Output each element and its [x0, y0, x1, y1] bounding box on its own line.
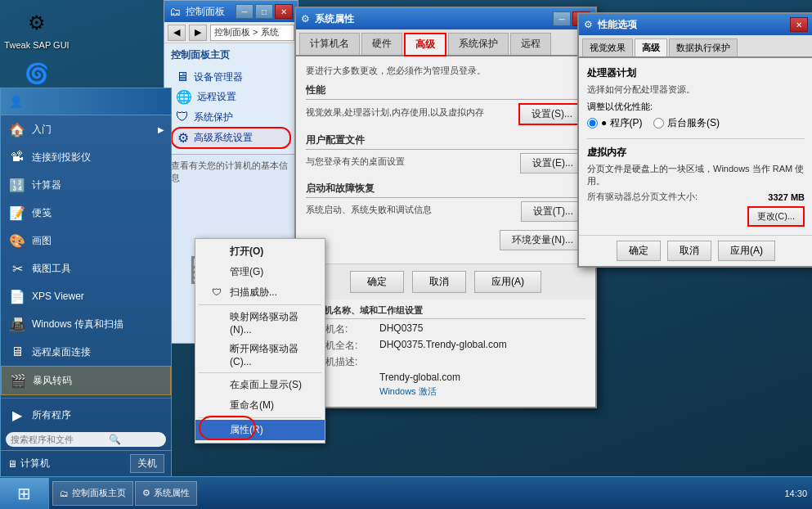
taskbar-item-sysprops[interactable]: ⚙ 系统属性	[135, 481, 197, 506]
perf-ok-button[interactable]: 确定	[617, 241, 661, 261]
context-menu-show-desktop[interactable]: 在桌面上显示(S)	[195, 375, 325, 395]
env-vars-button[interactable]: 环境变量(N)...	[500, 230, 585, 250]
snipping-label: 截图工具	[32, 262, 71, 276]
close-button[interactable]: ✕	[275, 4, 293, 19]
startup-recovery-section: 启动和故障恢复 系统启动、系统失败和调试信息 设置(T)...	[306, 182, 585, 222]
start-menu-item-winfax[interactable]: 📠 Windows 传真和扫描	[1, 310, 171, 338]
perf-body: 处理器计划 选择如何分配处理器资源。 调整以优化性能: ● 程序(P) 后台服务…	[579, 58, 812, 235]
intro-label: 入门	[32, 123, 52, 137]
start-menu-item-all-programs[interactable]: ▶ 所有程序	[1, 401, 171, 429]
calculator-icon: 🔢	[7, 175, 27, 195]
computer-info-title: 计算机名称、域和工作组设置	[306, 304, 585, 319]
start-menu-item-sticky[interactable]: 📝 便笺	[1, 199, 171, 227]
start-menu-item-xps[interactable]: 📄 XPS Viewer	[1, 282, 171, 310]
programs-radio[interactable]	[587, 118, 598, 128]
nav-forward-button[interactable]: ▶	[189, 25, 207, 41]
perf-tab-visual[interactable]: 视觉效果	[582, 38, 633, 56]
cp-taskbar-icon: 🗂	[60, 489, 69, 498]
tab-hardware[interactable]: 硬件	[361, 33, 402, 55]
desktop-icon-tweak-sap[interactable]: ⚙ Tweak SAP GUI	[4, 8, 70, 51]
context-map-label: 映射网络驱动器(N)...	[230, 310, 308, 336]
context-menu-open[interactable]: 打开(O)	[195, 241, 325, 262]
change-virtual-mem-button[interactable]: 更改(C)...	[747, 206, 805, 227]
start-menu-item-remote-desktop[interactable]: 🖥 远程桌面连接	[1, 338, 171, 366]
context-menu-rename[interactable]: 重命名(M)	[195, 395, 325, 416]
xps-icon: 📄	[7, 286, 27, 306]
context-menu-divider3	[199, 417, 321, 418]
perf-cancel-button[interactable]: 取消	[667, 241, 711, 261]
sys-protect-label: 系统保护	[194, 110, 233, 124]
adjust-label: 调整以优化性能:	[587, 101, 805, 113]
user-profile-settings-button[interactable]: 设置(E)...	[520, 153, 585, 173]
perf-footer: 确定 取消 应用(A)	[579, 235, 812, 266]
cp-window-title: 控制面板	[186, 5, 236, 19]
context-rename-label: 重命名(M)	[230, 399, 274, 412]
desktop: ⚙ Tweak SAP GUI 🌀 暴风助手 🌐 Google Chrome 🚢…	[0, 0, 812, 509]
virtual-mem-desc: 分页文件是硬盘上的一块区域，Windows 当作 RAM 使用。	[587, 163, 805, 187]
map-drive-icon	[212, 317, 225, 330]
perf-tab-advanced[interactable]: 高级	[635, 38, 667, 56]
sticky-icon: 📝	[7, 203, 27, 223]
sidebar-link-advanced[interactable]: ⚙ 高级系统设置	[171, 127, 291, 149]
dialog-titlebar-icon: ⚙	[301, 13, 310, 25]
performance-section: 性能 视觉效果,处理器计划,内存使用,以及虚拟内存 设置(S)...	[306, 83, 585, 125]
dialog-body: 要进行大多数更改，您必须作为管理员登录。 性能 视觉效果,处理器计划,内存使用,…	[296, 56, 595, 264]
dialog-tab-bar: 计算机名 硬件 高级 系统保护 远程	[296, 29, 595, 56]
cancel-button[interactable]: 取消	[412, 271, 466, 293]
windows-logo: ⊞	[17, 484, 31, 503]
system-properties-dialog: ⚙ 系统属性 ─ ✕ 计算机名 硬件 高级 系统保护 远程 要进行大多数更改，您…	[294, 7, 597, 408]
sidebar-link-sys-protect[interactable]: 🛡 系统保护	[171, 107, 291, 127]
dialog-titlebar: ⚙ 系统属性 ─ ✕	[296, 8, 595, 29]
context-scan-label: 扫描威胁...	[230, 286, 277, 300]
context-menu: 打开(O) 管理(G) 🛡 扫描威胁... 映射网络驱动器(N)... 断开网络…	[195, 238, 325, 444]
tab-remote[interactable]: 远程	[510, 33, 551, 55]
tab-advanced[interactable]: 高级	[404, 33, 446, 56]
ok-button[interactable]: 确定	[350, 271, 404, 293]
perf-close-button[interactable]: ✕	[790, 17, 808, 32]
projector-icon: 📽	[7, 147, 27, 167]
advanced-settings-icon: ⚙	[177, 130, 189, 146]
vm-size-label: 所有驱动器总分页文件大小:	[587, 191, 698, 203]
perf-tab-dep[interactable]: 数据执行保护	[669, 38, 738, 56]
show-desktop-icon	[212, 379, 225, 392]
context-menu-scan[interactable]: 🛡 扫描威胁...	[195, 282, 325, 303]
context-menu-manage[interactable]: 管理(G)	[195, 262, 325, 282]
tab-computer-name[interactable]: 计算机名	[299, 33, 360, 55]
background-label: 后台服务(S)	[667, 116, 720, 130]
computer-name-value: DHQ0375	[379, 322, 423, 336]
apply-button[interactable]: 应用(A)	[474, 271, 541, 293]
dialog-minimize[interactable]: ─	[553, 11, 571, 26]
start-menu-item-baofeng[interactable]: 🎬 暴风转码	[1, 366, 171, 395]
scan-icon: 🛡	[212, 286, 225, 300]
context-menu-properties[interactable]: 属性(R)	[195, 420, 325, 440]
perf-titlebar: ⚙ 性能选项 ✕	[579, 14, 812, 35]
vm-size-value: 3327 MB	[768, 192, 805, 202]
perf-apply-button[interactable]: 应用(A)	[718, 241, 775, 261]
maximize-button[interactable]: □	[255, 4, 273, 19]
calculator-label: 计算器	[32, 178, 61, 192]
start-menu-item-intro[interactable]: 🏠 入门 ▶	[1, 115, 171, 143]
taskbar-item-cp[interactable]: 🗂 控制面板主页	[52, 481, 133, 506]
disconnect-icon	[212, 349, 225, 362]
shutdown-button[interactable]: 关机	[130, 454, 164, 473]
tab-system-protect[interactable]: 系统保护	[448, 33, 509, 55]
search-input[interactable]	[11, 435, 109, 444]
start-button[interactable]: ⊞	[0, 478, 49, 509]
performance-settings-button[interactable]: 设置(S)...	[518, 103, 585, 125]
background-radio[interactable]	[653, 118, 664, 128]
computer-menu-item[interactable]: 🖥 计算机	[7, 457, 50, 471]
sidebar-link-remote[interactable]: 🌐 远程设置	[171, 87, 291, 107]
processor-section-title: 处理器计划	[587, 66, 805, 80]
nav-back-button[interactable]: ◀	[168, 25, 186, 41]
minimize-button[interactable]: ─	[236, 4, 253, 19]
context-menu-disconnect-drive[interactable]: 断开网络驱动器(C)...	[195, 339, 325, 371]
start-menu-item-calculator[interactable]: 🔢 计算器	[1, 171, 171, 199]
sidebar-link-device-manager[interactable]: 🖥 设备管理器	[171, 67, 291, 87]
taskbar-items: 🗂 控制面板主页 ⚙ 系统属性	[49, 477, 779, 509]
computer-icon: 🖥	[7, 458, 17, 470]
start-menu-item-projector[interactable]: 📽 连接到投影仪	[1, 143, 171, 171]
start-menu-item-paint[interactable]: 🎨 画图	[1, 227, 171, 254]
start-menu-item-snipping[interactable]: ✂ 截图工具	[1, 254, 171, 282]
startup-settings-button[interactable]: 设置(T)...	[521, 201, 585, 222]
context-menu-map-drive[interactable]: 映射网络驱动器(N)...	[195, 307, 325, 339]
